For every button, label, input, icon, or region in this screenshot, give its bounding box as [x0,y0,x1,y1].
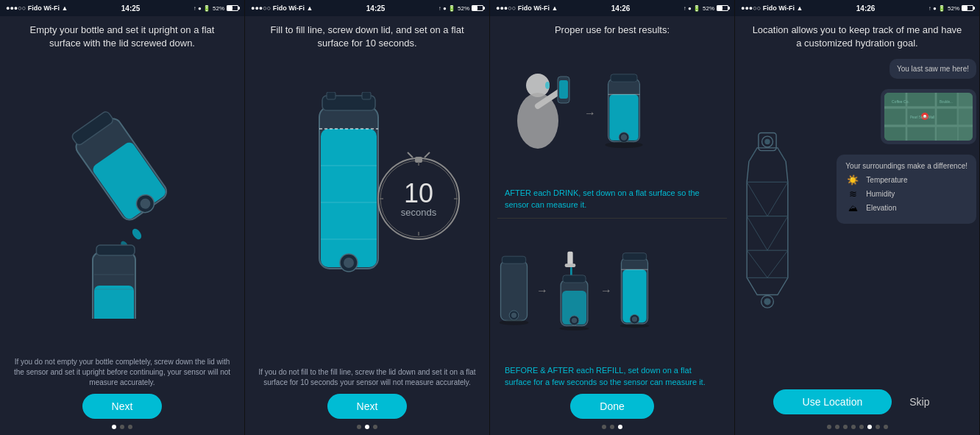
svg-point-41 [545,82,550,89]
svg-text:Coffee Co.: Coffee Co. [892,99,909,104]
svg-point-37 [517,93,558,149]
elevation-icon: ⛰ [845,202,860,213]
screen4-title: Location allows you to keep track of me … [735,16,979,56]
svg-line-81 [747,250,767,277]
status-time-1: 14:25 [121,4,141,13]
battery-icon-4 [962,5,973,11]
svg-point-21 [344,258,354,268]
svg-rect-65 [622,252,646,260]
status-time-2: 14:25 [366,4,386,13]
svg-line-78 [767,182,788,216]
dot-1-2 [120,425,124,429]
dot-4-8 [884,425,888,429]
svg-line-29 [425,152,430,158]
svg-rect-44 [611,74,637,82]
battery-icon-1 [227,5,238,11]
surroundings-bubble: Your surroundings make a difference! ☀️ … [837,155,976,224]
svg-rect-99 [937,109,956,124]
svg-rect-97 [884,109,905,124]
screen3-dots [602,425,622,429]
status-carrier-2: ●●●○○ Fido Wi-Fi ▲ [251,4,313,12]
svg-rect-19 [362,92,371,99]
status-battery-2: ↑ ● 🔋 52% [438,5,483,12]
svg-line-82 [767,250,788,277]
dot-3-3 [618,425,622,429]
arrow-2: → [536,284,548,297]
dot-3-1 [602,425,606,429]
divider [497,218,727,219]
surr-label-humidity: Humidity [866,190,895,198]
skip-button[interactable]: Skip [898,389,941,414]
surr-row-humidity: ≋ Humidity [845,188,967,199]
svg-point-52 [511,312,516,317]
svg-point-46 [621,134,628,141]
svg-point-48 [605,141,642,148]
svg-rect-27 [415,157,422,163]
svg-line-71 [749,148,757,162]
surr-label-elevation: Elevation [866,204,896,212]
screen1-illustration [0,56,244,353]
dot-1-1 [112,425,116,429]
bottle-surface-1 [602,69,646,158]
use-location-button[interactable]: Use Location [773,389,892,414]
surr-title: Your surroundings make a difference! [845,162,967,170]
svg-point-68 [632,316,637,322]
dot-2-2 [365,425,369,429]
status-bar-4: ●●●○○ Fido Wi-Fi ▲ 14:26 ↑ ● 🔋 52% [735,0,979,16]
svg-marker-70 [747,148,788,295]
dot-4-4 [851,425,856,429]
screen4-bottom-buttons: Use Location Skip [773,389,942,420]
faucet-bottle [554,250,594,331]
map-bubble: Coffee Co. Pearl Street Mall Boulde... [881,89,976,144]
screen1-title: Empty your bottle and set it upright on … [0,16,244,56]
status-bar-1: ●●●○○ Fido Wi-Fi ▲ 14:25 ↑ ● 🔋 52% [0,0,244,16]
screen3-highlight1: AFTER each DRINK, set down on a flat sur… [497,185,727,213]
screen2-illustration: 10 seconds [245,56,489,363]
svg-rect-15 [321,129,377,267]
screen4-dots [827,425,888,429]
screen2-svg: 10 seconds [260,92,474,328]
dot-4-6 [867,425,872,429]
map-svg: Coffee Co. Pearl Street Mall Boulde... [884,93,973,141]
svg-line-72 [778,148,786,162]
dot-3-2 [610,425,614,429]
svg-rect-95 [908,93,934,106]
svg-rect-101 [908,127,934,141]
dot-2-1 [357,425,361,429]
drink-illustration [497,69,578,158]
status-time-3: 14:26 [611,4,631,13]
screen2-next-button[interactable]: Next [327,394,408,419]
status-battery-3: ↑ ● 🔋 52% [683,5,728,12]
status-carrier-1: ●●●○○ Fido Wi-Fi ▲ [6,4,68,12]
status-bar-2: ●●●○○ Fido Wi-Fi ▲ 14:25 ↑ ● 🔋 52% [245,0,489,16]
svg-rect-55 [565,264,576,267]
surr-row-temp: ☀️ Temperature [845,174,967,185]
empty-bottle [497,254,530,328]
screen1-svg [15,91,229,319]
status-bar-3: ●●●○○ Fido Wi-Fi ▲ 14:26 ↑ ● 🔋 52% [490,0,734,16]
screen3-done-button[interactable]: Done [570,394,653,419]
screen3-content: → AFTER each DRINK, set down on a flat s… [490,43,734,394]
screen3-bottom-row: → → [497,223,727,358]
arrow-3: → [600,284,612,297]
screen-1: ●●●○○ Fido Wi-Fi ▲ 14:25 ↑ ● 🔋 52% Empty… [0,0,245,435]
svg-rect-54 [567,251,572,264]
screen3-highlight2: BEFORE & AFTER each REFILL, set down on … [497,362,727,391]
svg-text:Boulde...: Boulde... [940,100,953,104]
screen4-bottle-container [738,56,797,389]
svg-line-28 [408,152,413,158]
status-carrier-4: ●●●○○ Fido Wi-Fi ▲ [741,4,803,12]
svg-line-80 [767,216,788,250]
dot-4-2 [835,425,839,429]
svg-line-77 [747,182,767,216]
screen4-bottle-svg [742,127,792,319]
dot-4-1 [827,425,831,429]
screen2-warning: If you do not fill to the fill line, scr… [245,363,489,394]
svg-rect-96 [937,93,956,106]
svg-text:seconds: seconds [401,207,437,218]
svg-rect-9 [96,245,135,255]
svg-rect-40 [559,80,568,99]
screen1-next-button[interactable]: Next [82,394,163,419]
svg-text:10: 10 [404,178,433,208]
arrow-1: → [584,107,596,120]
